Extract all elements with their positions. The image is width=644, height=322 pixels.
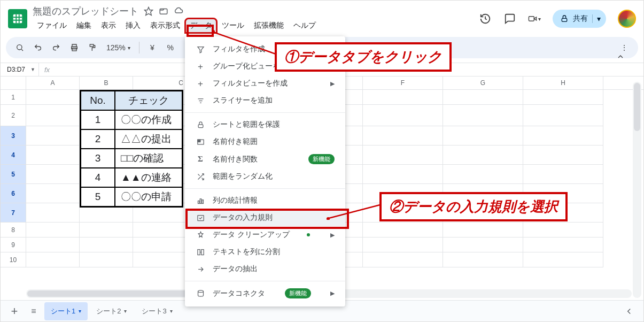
side-panel-toggle[interactable] [620,304,638,319]
row-header[interactable]: 9 [1,237,26,252]
column-header[interactable]: G [443,76,523,89]
account-avatar[interactable] [618,10,636,28]
cell[interactable] [443,237,523,252]
menu-insert[interactable]: 挿入 [121,19,145,33]
collapse-toolbar-icon[interactable] [614,50,627,64]
column-header[interactable]: A [26,76,80,89]
sheet-tab[interactable]: シート2▾ [90,302,133,320]
menu-extensions[interactable]: 拡張機能 [250,19,288,33]
cell[interactable] [26,223,80,237]
row-header[interactable]: 4 [1,145,26,165]
cell[interactable] [80,223,133,237]
column-header[interactable]: F [363,76,443,89]
menu-item[interactable]: 列の統計情報 [185,192,345,209]
cell[interactable] [26,165,80,184]
cell[interactable] [363,237,443,252]
move-to-drive-icon[interactable] [159,6,168,16]
cell[interactable] [26,126,80,145]
column-header[interactable]: B [80,76,133,89]
document-title[interactable]: 無題のスプレッドシート [33,5,138,18]
cell[interactable] [363,126,443,145]
menu-item[interactable]: テキストを列に分割 [185,243,345,260]
row-header[interactable]: 5 [1,165,26,184]
cell[interactable] [443,145,523,165]
menu-item[interactable]: Σ名前付き関数新機能 [185,150,345,168]
cell[interactable] [443,126,523,145]
cell[interactable] [26,203,80,223]
cell[interactable] [443,223,523,237]
menu-item[interactable]: データコネクタ新機能▶ [185,285,345,302]
cell[interactable] [443,105,523,126]
cell[interactable] [80,252,133,267]
menu-help[interactable]: ヘルプ [289,19,320,33]
zoom-selector[interactable]: 125%▾ [103,40,134,55]
menu-item[interactable]: +フィルタビューを作成▶ [185,75,345,92]
paint-format-icon[interactable] [85,40,100,55]
row-header[interactable]: 8 [1,223,26,237]
cell[interactable] [26,237,80,252]
chevron-down-icon[interactable]: ▾ [170,308,173,314]
cell[interactable] [523,126,603,145]
cell[interactable] [363,223,443,237]
cell[interactable] [523,105,603,126]
cell[interactable] [363,252,443,267]
menu-edit[interactable]: 編集 [72,19,96,33]
search-icon[interactable] [12,40,27,55]
cell[interactable] [26,90,80,105]
all-sheets-button[interactable]: ≡ [25,303,42,320]
menu-format[interactable]: 表示形式 [146,19,184,33]
currency-button[interactable]: ¥ [145,40,160,55]
cell[interactable] [80,237,133,252]
vertical-scrollbar[interactable] [633,82,641,298]
select-all-corner[interactable] [1,76,26,89]
cloud-status-icon[interactable] [174,6,183,16]
cell[interactable] [523,223,603,237]
cell[interactable] [443,90,523,105]
chevron-down-icon[interactable]: ▾ [592,14,601,23]
cell[interactable] [523,237,603,252]
name-box[interactable]: D3:D7 ▼ [1,63,39,76]
redo-icon[interactable] [49,40,64,55]
row-header[interactable]: 3 [1,126,26,145]
cell[interactable] [523,165,603,184]
cell[interactable] [26,184,80,203]
sheets-logo[interactable] [8,9,27,28]
cell[interactable] [363,165,443,184]
row-header[interactable]: 6 [1,184,26,203]
cell[interactable] [523,90,603,105]
cell[interactable] [523,252,603,267]
meet-icon[interactable]: ▾ [528,12,541,25]
add-sheet-button[interactable]: + [6,303,23,320]
star-icon[interactable] [144,6,153,16]
cell[interactable] [26,145,80,165]
menu-item[interactable]: データの抽出 [185,260,345,278]
sheet-tab[interactable]: シート1▾ [44,302,88,320]
share-button[interactable]: 共有 ▾ [553,10,606,28]
cell[interactable] [363,90,443,105]
menu-item[interactable]: スライサーを追加 [185,92,345,109]
history-icon[interactable] [479,12,492,25]
row-header[interactable]: 10 [1,252,26,267]
undo-icon[interactable] [30,40,45,55]
row-header[interactable]: 7 [1,203,26,223]
percent-button[interactable]: % [163,40,178,55]
row-header[interactable]: 2 [1,105,26,126]
cell[interactable] [443,252,523,267]
sheet-tab[interactable]: シート3▾ [135,302,179,320]
menu-file[interactable]: ファイル [33,19,71,33]
comment-icon[interactable] [503,12,516,25]
menu-item[interactable]: 範囲をランダム化 [185,168,345,185]
print-icon[interactable] [67,40,82,55]
chevron-down-icon[interactable]: ▾ [79,308,81,314]
row-header[interactable]: 1 [1,90,26,105]
cell[interactable] [26,252,80,267]
cell[interactable] [363,105,443,126]
menu-item[interactable]: シートと範囲を保護 [185,116,345,133]
menu-tools[interactable]: ツール [218,19,249,33]
cell[interactable] [443,165,523,184]
menu-item[interactable]: 名前付き範囲 [185,133,345,150]
menu-view[interactable]: 表示 [97,19,120,33]
cell[interactable] [363,145,443,165]
column-header[interactable]: H [523,76,603,89]
cell[interactable] [523,145,603,165]
